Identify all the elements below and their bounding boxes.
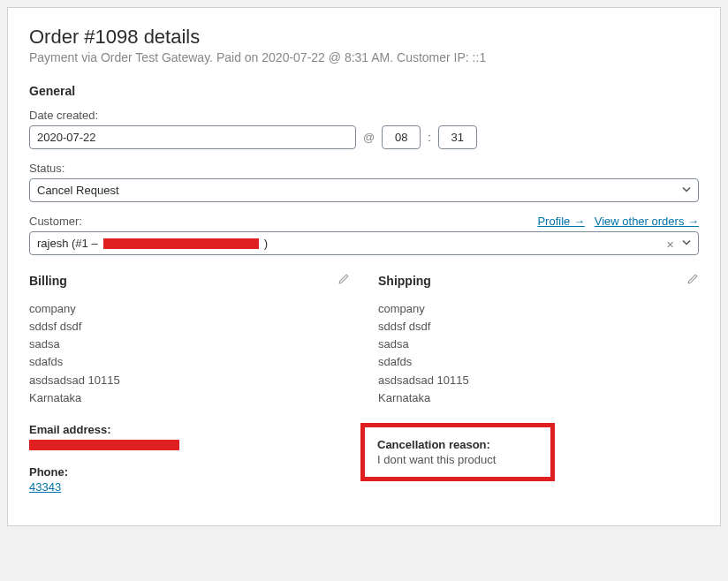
date-row: @ : (29, 125, 699, 149)
profile-link[interactable]: Profile → (537, 215, 584, 228)
hour-input[interactable] (382, 125, 421, 149)
billing-line: sadsa (29, 336, 350, 353)
cancellation-callout: Cancellation reason: I dont want this pr… (360, 423, 555, 481)
billing-line: sdafds (29, 353, 350, 371)
redacted-customer-info (103, 238, 259, 249)
billing-line: company (29, 300, 350, 318)
billing-line: sddsf dsdf (29, 318, 350, 336)
status-select-value: Cancel Request (29, 178, 699, 202)
cancellation-reason: I dont want this product (377, 453, 538, 466)
customer-label: Customer: (29, 215, 82, 228)
billing-header: Billing (29, 273, 350, 288)
shipping-line: sadsa (378, 336, 699, 353)
customer-name-prefix: rajesh (#1 – (37, 237, 98, 250)
page-title: Order #1098 details (29, 26, 699, 49)
shipping-heading: Shipping (378, 274, 431, 288)
billing-address: company sddsf dsdf sadsa sdafds asdsadsa… (29, 300, 350, 407)
shipping-column: Shipping company sddsf dsdf sadsa sdafds… (364, 273, 699, 508)
shipping-line: asdsadsad 10115 (378, 372, 699, 389)
customer-links: Profile → View other orders → (537, 215, 699, 228)
phone-link[interactable]: 43343 (29, 480, 61, 494)
date-input[interactable] (29, 125, 356, 149)
view-other-orders-link[interactable]: View other orders → (595, 215, 699, 228)
shipping-line: company (378, 300, 699, 318)
email-group: Email address: (29, 423, 350, 451)
order-details-panel: Order #1098 details Payment via Order Te… (7, 7, 721, 526)
shipping-line: Karnataka (378, 389, 699, 407)
billing-heading: Billing (29, 274, 67, 288)
cancellation-label: Cancellation reason: (377, 438, 538, 451)
email-label: Email address: (29, 423, 350, 436)
colon-symbol: : (428, 131, 431, 144)
shipping-line: sddsf dsdf (378, 318, 699, 336)
billing-line: Karnataka (29, 389, 350, 407)
general-heading: General (29, 84, 699, 98)
phone-group: Phone: 43343 (29, 465, 350, 494)
clear-customer-icon[interactable]: × (666, 236, 674, 251)
billing-column: Billing company sddsf dsdf sadsa sdafds … (29, 273, 364, 508)
redacted-email (29, 440, 179, 450)
pencil-icon[interactable] (337, 273, 350, 288)
customer-select-value: rajesh (#1 – ) (29, 231, 699, 255)
phone-label: Phone: (29, 465, 350, 479)
address-columns: Billing company sddsf dsdf sadsa sdafds … (29, 273, 699, 508)
shipping-line: sdafds (378, 353, 699, 371)
customer-label-row: Customer: Profile → View other orders → (29, 215, 699, 228)
customer-name-suffix: ) (264, 237, 268, 250)
status-label: Status: (29, 162, 699, 175)
at-symbol: @ (363, 131, 375, 144)
billing-line: asdsadsad 10115 (29, 372, 350, 389)
pencil-icon[interactable] (686, 273, 699, 288)
customer-select[interactable]: rajesh (#1 – ) × (29, 231, 699, 255)
date-created-label: Date created: (29, 109, 699, 122)
page-subtitle: Payment via Order Test Gateway. Paid on … (29, 50, 699, 64)
status-select[interactable]: Cancel Request (29, 178, 699, 202)
minute-input[interactable] (438, 125, 477, 149)
shipping-address: company sddsf dsdf sadsa sdafds asdsadsa… (378, 300, 699, 407)
shipping-header: Shipping (378, 273, 699, 288)
